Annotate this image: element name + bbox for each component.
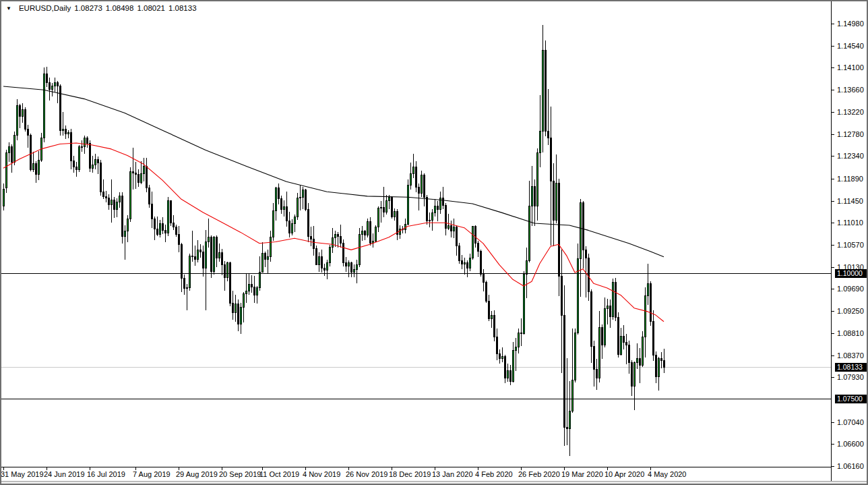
candle-bear [561,276,563,315]
candle-bull [578,258,579,333]
candle-bull [197,250,199,259]
price-tick [831,422,834,423]
candle-bear [73,161,75,167]
candle-bear [629,345,630,363]
time-axis-label: 26 Feb 2020 [518,470,560,478]
candle-bear [222,253,223,265]
candle-bear [165,230,166,233]
candle-bear [664,360,665,367]
candle-bull [410,173,412,185]
candle-bear [661,358,662,360]
price-axis-label: 1.11890 [837,175,863,183]
candle-bull [127,219,129,231]
candle-bull [327,263,328,270]
candle-bull [111,200,113,205]
candle-bear [564,315,565,428]
candle-bull [270,237,272,256]
candle-bull [386,201,388,212]
candle-bear [443,198,444,205]
candle-bull [249,284,250,291]
candle-bull [502,357,503,358]
candle-bear [553,181,555,221]
time-axis-label: 20 Sep 2019 [219,470,261,478]
candle-bear [343,243,344,263]
candle-bear [308,210,309,236]
price-tick [831,267,834,268]
ohlc-high: 1.08498 [106,4,134,12]
time-axis-label: 4 Nov 2019 [303,470,340,478]
time-axis-label: 31 May 2019 [1,470,44,478]
price-axis-separator [831,1,832,481]
candle-bull [540,131,541,153]
candle-bear [451,226,452,231]
candle-bear [602,328,603,345]
candle-bull [294,217,296,223]
ohlc-low: 1.08021 [137,4,165,12]
candle-bull [276,188,277,210]
window-border-top [0,0,868,1]
candle-bull [300,197,301,198]
price-tick [831,201,834,202]
window-border-left [0,0,1,485]
candle-bear [238,304,239,324]
candle-bear [305,190,307,210]
candle-bear [103,192,104,197]
ohlc-close: 1.08133 [168,4,197,12]
candle-bull [303,190,304,197]
candle-bear [232,303,234,312]
candle-bull [319,256,320,264]
candle-bull [569,411,571,429]
candle-bull [117,202,118,209]
price-tick [831,67,834,68]
candle-bull [491,315,493,318]
chart-title: ▼EURUSD,Daily1.082731.084981.080211.0813… [6,4,197,12]
candle-bull [44,74,45,138]
price-tick [831,289,834,289]
candle-bull [130,171,131,219]
candle-bear [338,234,339,236]
candle-bear [216,237,218,258]
candle-bear [28,129,29,135]
candle-bear [383,208,385,212]
candle-bear [626,342,627,345]
candle-bull [516,347,517,351]
candle-bull [607,306,609,309]
price-axis-label: 1.11010 [837,219,863,227]
collapse-chart-icon[interactable]: ▼ [6,5,11,11]
candle-bear [548,131,549,138]
candle-bull [292,223,293,233]
ohlc-open: 1.08273 [74,4,102,12]
candle-bull [642,337,644,366]
candle-bear [195,256,196,259]
candle-bear [286,206,288,221]
candle-bull [92,165,94,168]
candle-bear [370,221,371,244]
candle-bull [513,351,514,381]
candle-bull [507,371,509,378]
candle-bull [208,237,210,241]
candle-bear [154,219,156,229]
time-axis-label: 13 Jan 2020 [432,470,473,478]
candles-layer [3,25,665,456]
candle-bear [100,163,102,192]
candle-bear [57,83,59,86]
chart-canvas[interactable] [0,0,831,467]
price-tick [831,24,834,24]
candle-bull [375,227,377,241]
ma-slow-line [3,86,664,257]
candle-bear [184,279,185,289]
price-tick [831,355,834,356]
candle-bear [416,167,417,188]
candle-bull [119,196,121,202]
candle-bear [192,256,193,256]
candle-bull [408,185,409,224]
candle-bear [224,265,226,278]
candle-bear [623,336,625,342]
candle-bear [437,206,439,210]
candle-bear [392,197,393,217]
candle-bear [459,246,460,260]
candle-bear [138,174,140,182]
candle-bull [82,146,83,147]
candle-bear [60,86,61,130]
candle-bull [219,253,220,258]
